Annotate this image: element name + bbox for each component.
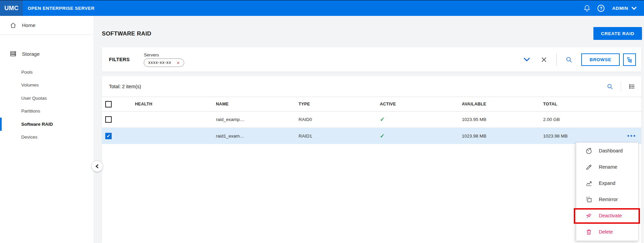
- clear-x-icon: [541, 57, 547, 63]
- mirror-copy-icon: [585, 196, 592, 203]
- chevron-down-icon: [523, 57, 530, 62]
- table-toolbar-actions: [607, 81, 641, 92]
- storage-icon: [10, 50, 17, 57]
- col-header-name: NAME: [216, 102, 299, 106]
- sidebar-item-user-quotas[interactable]: User Quotas: [0, 92, 93, 105]
- sidebar-storage-children: Pools Volumes User Quotas Partitions Sof…: [0, 66, 93, 144]
- sidebar-item-label: Home: [22, 22, 35, 28]
- column-list-icon: [628, 83, 635, 90]
- col-header-health: HEALTH: [135, 102, 216, 106]
- menu-item-label: Rename: [599, 164, 617, 170]
- sidebar-item-home[interactable]: Home: [0, 16, 93, 35]
- ellipsis-icon: [627, 135, 629, 137]
- bell-icon: [583, 4, 591, 12]
- raid-type: RAID1: [299, 133, 380, 139]
- active-check-icon: ✓: [380, 132, 462, 140]
- help-button[interactable]: ?: [594, 0, 608, 16]
- menu-item-deactivate[interactable]: Deactivate: [576, 208, 638, 224]
- page-title: SOFTWARE RAID: [102, 30, 151, 37]
- total-count: Total: 2 item(s): [109, 84, 141, 89]
- search-icon: [607, 83, 613, 90]
- tree-view-icon: [626, 56, 633, 63]
- divider: [621, 81, 621, 92]
- sidebar-item-volumes[interactable]: Volumes: [0, 79, 93, 92]
- create-raid-button[interactable]: CREATE RAID: [593, 27, 642, 40]
- chip-remove-icon[interactable]: ×: [177, 60, 180, 65]
- sidebar-item-label: Storage: [22, 51, 40, 57]
- browse-button[interactable]: BROWSE: [581, 53, 620, 66]
- pencil-icon: [585, 164, 592, 171]
- notifications-button[interactable]: [580, 0, 594, 16]
- sidebar-item-partitions[interactable]: Partitions: [0, 105, 93, 118]
- raid-name: raid1_exam…: [216, 133, 299, 139]
- table-row[interactable]: raid_examp… RAID0 ✓ 1023.95 MB 2.00 GB: [102, 112, 641, 128]
- col-header-active: ACTIVE: [380, 102, 462, 106]
- servers-filter-label: Servers: [144, 52, 184, 57]
- trend-up-icon: [585, 180, 592, 187]
- filters-label: FILTERS: [109, 57, 130, 62]
- collapse-filters-button[interactable]: [523, 57, 530, 62]
- filter-controls: BROWSE: [523, 53, 641, 66]
- unplug-icon: [585, 212, 592, 219]
- menu-item-label: Delete: [599, 229, 613, 235]
- product-title: OPEN ENTERPRISE SERVER: [28, 6, 94, 11]
- trash-icon: [585, 228, 592, 236]
- sidebar: Home Storage Pools Volumes User Quotas P…: [0, 16, 93, 243]
- sidebar-item-storage[interactable]: Storage: [0, 47, 93, 60]
- server-filter-value: xxxx-xx-xx: [148, 60, 171, 65]
- menu-item-label: Expand: [599, 180, 615, 186]
- col-header-type: TYPE: [299, 102, 380, 106]
- top-bar: UMC OPEN ENTERPRISE SERVER ? ADMIN: [0, 0, 644, 16]
- tree-view-button[interactable]: [623, 53, 636, 66]
- help-icon: ?: [597, 5, 605, 12]
- home-icon: [10, 22, 17, 29]
- umc-logo[interactable]: UMC: [0, 0, 23, 16]
- topbar-actions: ? ADMIN: [580, 0, 644, 16]
- raid-type: RAID0: [299, 117, 380, 122]
- table-toolbar: Total: 2 item(s): [102, 76, 641, 97]
- raid-name: raid_examp…: [216, 117, 299, 122]
- raid-available: 1023.95 MB: [462, 117, 543, 122]
- sidebar-item-pools[interactable]: Pools: [0, 66, 93, 79]
- row-checkbox[interactable]: ✓: [105, 133, 112, 139]
- main-content: SOFTWARE RAID CREATE RAID FILTERS Server…: [93, 16, 644, 243]
- servers-filter-group: Servers xxxx-xx-xx ×: [144, 52, 184, 67]
- raid-total: 2.00 GB: [543, 117, 641, 122]
- menu-item-remirror[interactable]: Remirror: [576, 191, 638, 208]
- divider: [556, 53, 557, 66]
- filter-search-button[interactable]: [565, 56, 572, 63]
- clear-filters-button[interactable]: [541, 57, 547, 63]
- menu-item-rename[interactable]: Rename: [576, 159, 638, 175]
- row-context-menu: Dashboard Rename Expand Remirror: [576, 142, 639, 241]
- search-icon: [565, 56, 572, 63]
- menu-item-delete[interactable]: Delete: [576, 224, 638, 240]
- table-search-button[interactable]: [607, 83, 613, 90]
- col-header-available: AVAILABLE: [462, 102, 543, 106]
- col-header-total: TOTAL: [543, 102, 641, 106]
- menu-item-label: Dashboard: [599, 148, 623, 153]
- chevron-down-icon: [631, 6, 637, 10]
- raid-table-card: Total: 2 item(s): [102, 76, 641, 243]
- sidebar-collapse-button[interactable]: [92, 161, 103, 172]
- select-all-checkbox[interactable]: [105, 101, 112, 107]
- user-menu[interactable]: ADMIN: [612, 6, 637, 11]
- raid-available: 1023.98 MB: [462, 133, 543, 139]
- menu-item-label: Remirror: [599, 197, 618, 202]
- table-row[interactable]: ✓ raid1_exam… RAID1 ✓ 1023.98 MB 1023.98…: [102, 128, 641, 144]
- filters-bar: FILTERS Servers xxxx-xx-xx ×: [102, 47, 641, 72]
- table-header-row: HEALTH NAME TYPE ACTIVE AVAILABLE TOTAL: [102, 97, 641, 112]
- menu-item-dashboard[interactable]: Dashboard: [576, 143, 638, 159]
- chevron-left-icon: [95, 164, 99, 169]
- gauge-icon: [585, 147, 592, 154]
- menu-item-expand[interactable]: Expand: [576, 175, 638, 191]
- sidebar-item-devices[interactable]: Devices: [0, 131, 93, 144]
- row-actions-button[interactable]: [627, 133, 636, 139]
- menu-item-label: Deactivate: [599, 213, 622, 218]
- column-settings-button[interactable]: [628, 83, 635, 90]
- row-checkbox[interactable]: [105, 116, 112, 123]
- active-check-icon: ✓: [380, 116, 462, 123]
- user-menu-label: ADMIN: [612, 6, 628, 11]
- sidebar-item-software-raid[interactable]: Software RAID: [0, 118, 93, 131]
- server-filter-chip[interactable]: xxxx-xx-xx ×: [144, 58, 184, 67]
